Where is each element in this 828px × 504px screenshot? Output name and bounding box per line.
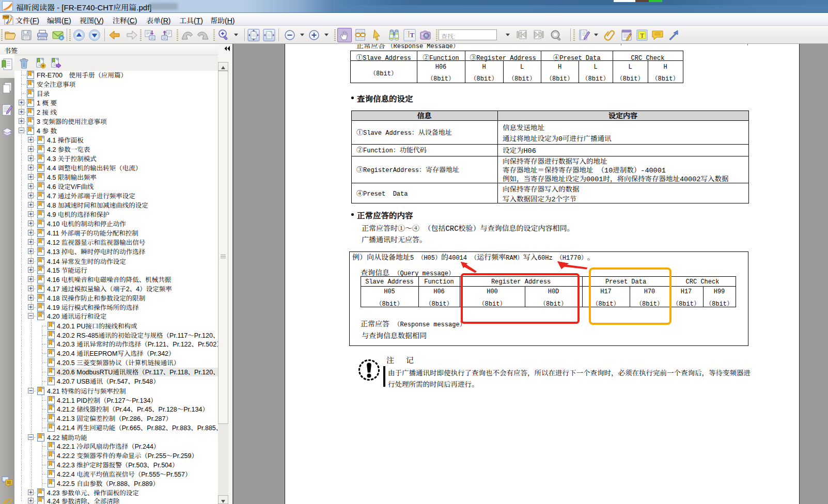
svg-text:T: T — [410, 31, 415, 39]
svg-text:T: T — [640, 32, 645, 39]
svg-text:e: e — [60, 36, 63, 40]
svg-text:PDF: PDF — [3, 15, 9, 19]
